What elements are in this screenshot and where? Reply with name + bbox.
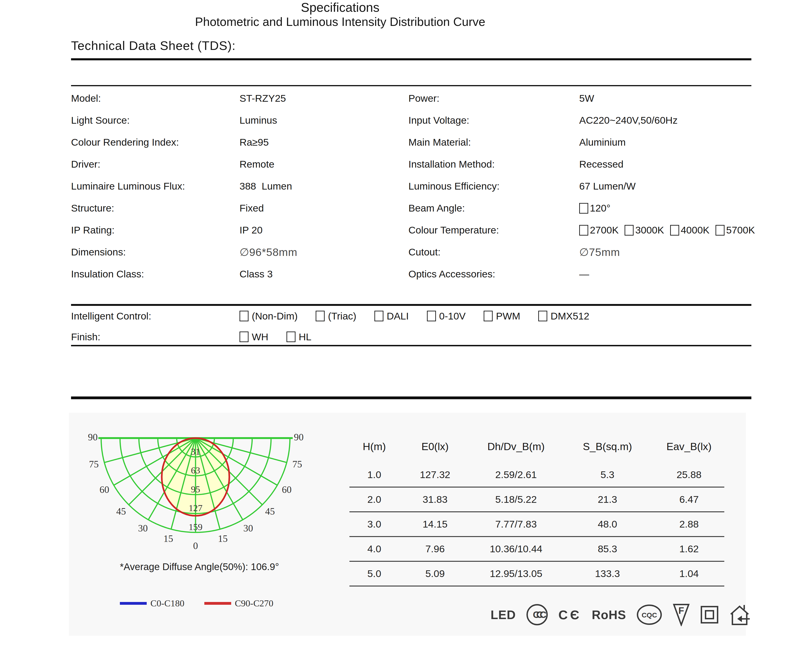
checkbox-icon[interactable]	[375, 311, 383, 321]
table-cell: 12.95/13.05	[471, 568, 561, 579]
table-header-cell: E0(lx)	[399, 441, 471, 453]
checkbox-label: 2700K	[590, 224, 618, 236]
angle-tick-label: 15	[163, 533, 173, 544]
spec-label: Main Material:	[408, 137, 579, 148]
table-cell: 10.36/10.44	[471, 543, 561, 554]
angle-tick-label: 0	[193, 540, 198, 551]
checkbox-option: 3000K	[625, 224, 664, 236]
spec-row: Colour Temperature:2700K3000K4000K5700K	[408, 219, 809, 241]
checkbox-option: DALI	[375, 310, 409, 322]
spec-label: Luminaire Luminous Flux:	[71, 181, 239, 192]
spec-label: Luminous Efficiency:	[408, 181, 579, 192]
divider	[71, 85, 751, 86]
spec-value: Luminus	[239, 115, 277, 126]
checkbox-option: 120°	[579, 202, 611, 214]
checkbox-icon[interactable]	[239, 332, 248, 342]
spec-row: Driver:Remote	[71, 153, 402, 175]
spec-row: Luminous Efficiency:67 Lumen/W	[408, 175, 809, 197]
checkbox-icon[interactable]	[670, 225, 679, 235]
checkbox-label: PWM	[496, 310, 520, 322]
checkbox-icon[interactable]	[427, 311, 436, 321]
ring-value-label: 159	[189, 522, 203, 532]
cqc-mark-icon: CQC	[636, 604, 662, 625]
spec-label: Power:	[408, 93, 579, 104]
spec-value: ST-RZY25	[239, 93, 286, 104]
table-cell: 48.0	[561, 518, 654, 530]
table-header-cell: H(m)	[350, 441, 399, 453]
checkbox-icon[interactable]	[315, 311, 325, 321]
table-row: 1.0127.322.59/2.615.325.88	[350, 463, 724, 487]
spec-row: Structure:Fixed	[71, 197, 402, 219]
checkbox-icon[interactable]	[715, 225, 725, 235]
average-diffuse-angle-caption: *Average Diffuse Angle(50%): 106.9°	[120, 561, 279, 572]
angle-tick-label: 60	[100, 484, 109, 495]
legend-item: C90-C270	[205, 598, 273, 609]
checkbox-icon[interactable]	[239, 311, 248, 321]
spec-row: Main Material:Aluminium	[408, 131, 809, 153]
checkbox-group: (Non-Dim)(Triac)DALI0-10VPWMDMX512	[239, 310, 607, 322]
spec-row: Installation Method:Recessed	[408, 153, 809, 175]
checkbox-group: 120°	[579, 202, 617, 214]
checkbox-label: 0-10V	[439, 310, 466, 322]
checkbox-icon[interactable]	[484, 311, 493, 321]
spec-row: Dimensions:∅96*58mm	[71, 241, 402, 263]
checkbox-option: PWM	[484, 310, 520, 322]
table-cell: 6.47	[654, 494, 724, 505]
ring-value-label: 95	[191, 484, 200, 495]
table-cell: 14.15	[399, 518, 471, 530]
checkbox-icon[interactable]	[625, 225, 634, 235]
spec-value: Fixed	[239, 202, 264, 214]
spec-value: ∅75mm	[579, 246, 620, 258]
angle-tick-label: 45	[116, 506, 126, 517]
table-cell: 31.83	[399, 494, 471, 505]
photometric-heading: Photometric and Luminous Intensity Distr…	[0, 15, 680, 29]
spec-value: Class 3	[239, 268, 273, 280]
table-cell: 1.0	[350, 469, 399, 480]
rohs-mark-icon: RoHS	[592, 608, 626, 622]
table-row: 4.07.9610.36/10.4485.31.62	[350, 537, 724, 562]
spec-label: Dimensions:	[71, 246, 239, 258]
control-row: Intelligent Control:(Non-Dim)(Triac)DALI…	[71, 306, 751, 327]
spec-value: 67 Lumen/W	[579, 181, 636, 192]
checkbox-label: WH	[252, 331, 269, 343]
checkbox-label: HL	[299, 331, 311, 343]
table-cell: 2.88	[654, 518, 724, 530]
spec-row: Model:ST-RZY25	[71, 87, 402, 109]
checkbox-option: (Non-Dim)	[239, 310, 298, 322]
spec-value: AC220~240V,50/60Hz	[579, 115, 678, 126]
spec-label: Insulation Class:	[71, 268, 239, 280]
table-cell: 1.04	[654, 568, 724, 579]
checkbox-icon[interactable]	[286, 332, 295, 342]
spec-label: Colour Temperature:	[408, 224, 579, 236]
spec-row: Insulation Class:Class 3	[71, 263, 402, 285]
checkbox-label: 3000K	[635, 224, 664, 236]
spec-value: Recessed	[579, 159, 623, 170]
divider	[71, 345, 751, 346]
spec-row: Power:5W	[408, 87, 809, 109]
spec-value: ∅96*58mm	[239, 246, 297, 258]
spec-label: Model:	[71, 93, 239, 104]
checkbox-icon[interactable]	[538, 311, 547, 321]
legend-label: C90-C270	[235, 598, 273, 609]
class-ii-icon	[700, 606, 719, 624]
spec-label: Cutout:	[408, 246, 579, 258]
spec-value: 5W	[579, 93, 594, 104]
checkbox-label: (Non-Dim)	[252, 310, 298, 322]
checkbox-icon[interactable]	[579, 225, 588, 235]
checkbox-icon[interactable]	[579, 203, 588, 213]
table-cell: 5.09	[399, 568, 471, 579]
divider	[71, 58, 751, 60]
ring-value-label: 31	[191, 447, 200, 457]
angle-tick-label: 15	[218, 533, 228, 544]
table-cell: 5.0	[350, 568, 399, 579]
table-cell: 5.18/5.22	[471, 494, 561, 505]
spec-row: Cutout:∅75mm	[408, 241, 809, 263]
spec-value: Ra≥95	[239, 137, 269, 148]
spec-label: IP Rating:	[71, 224, 239, 236]
table-cell: 1.62	[654, 543, 724, 554]
checkbox-option: (Triac)	[315, 310, 356, 322]
checkbox-option: 4000K	[670, 224, 709, 236]
led-mark-icon: LED	[490, 608, 516, 622]
checkbox-option: 2700K	[579, 224, 618, 236]
legend-line-swatch	[120, 602, 147, 605]
